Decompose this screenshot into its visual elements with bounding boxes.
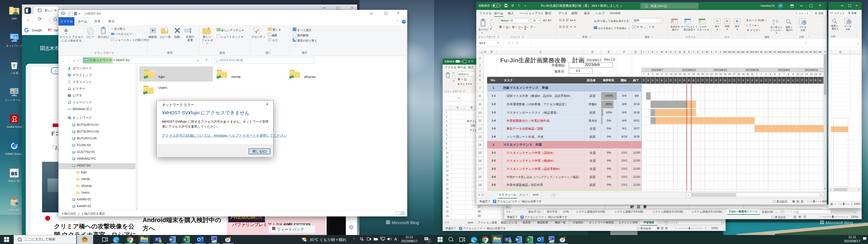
svg-text:W: W [169, 238, 173, 241]
svg-text:T: T [506, 238, 508, 241]
svg-text:BS: BS [11, 171, 18, 176]
svg-text:T: T [156, 238, 158, 241]
svg-text:Z: Z [773, 22, 774, 25]
svg-text:W: W [516, 238, 519, 241]
svg-text:A: A [773, 19, 775, 22]
svg-text:X: X [184, 238, 186, 241]
svg-text:X: X [527, 238, 529, 241]
